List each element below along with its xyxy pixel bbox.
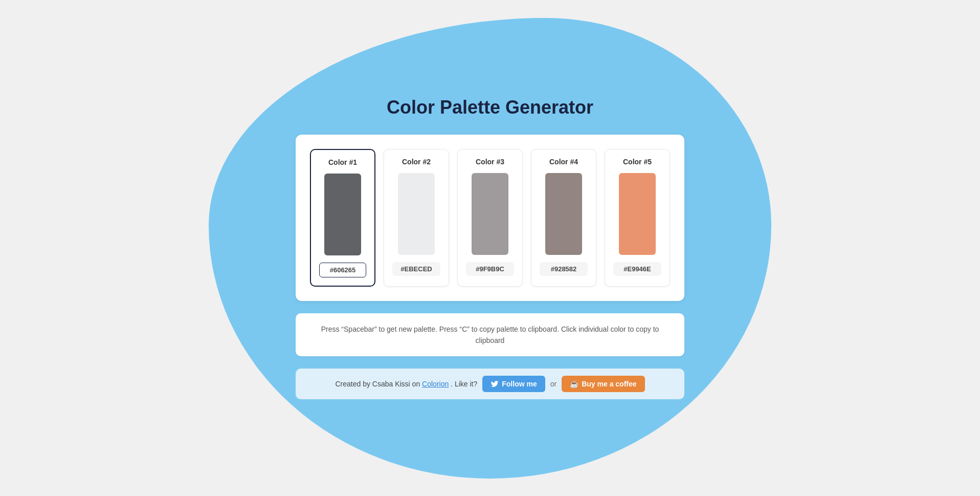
twitter-icon [491,380,499,388]
or-divider: or [550,380,556,388]
color-card-3[interactable]: Color #3#9F9B9C [457,149,523,287]
color-label-3: Color #3 [476,158,504,166]
color-swatch-2 [398,173,435,255]
color-label-5: Color #5 [623,158,652,166]
color-hex-1: #606265 [319,263,366,277]
main-content: Color Palette Generator Color #1#606265C… [296,97,684,400]
color-label-2: Color #2 [402,158,431,166]
color-swatch-5 [619,173,656,255]
color-swatch-4 [545,173,582,255]
instructions-panel: Press “Spacebar” to get new palette. Pre… [296,313,684,357]
color-hex-2: #EBECED [392,262,440,276]
footer-bar: Created by Csaba Kissi on Colorion . Lik… [296,369,684,399]
color-hex-4: #928582 [540,262,588,276]
color-hex-5: #E9946E [613,262,661,276]
footer-credit: Created by Csaba Kissi on Colorion . Lik… [335,380,477,388]
coffee-emoji: ☕ [570,380,578,388]
color-card-5[interactable]: Color #5#E9946E [605,149,670,287]
follow-button[interactable]: Follow me [482,376,545,392]
blob-container: Color Palette Generator Color #1#606265C… [209,18,771,479]
color-label-4: Color #4 [549,158,578,166]
color-hex-3: #9F9B9C [466,262,514,276]
color-card-1[interactable]: Color #1#606265 [310,149,375,287]
instructions-text: Press “Spacebar” to get new palette. Pre… [321,325,659,344]
color-card-4[interactable]: Color #4#928582 [531,149,596,287]
color-label-1: Color #1 [328,158,357,166]
color-card-2[interactable]: Color #2#EBECED [384,149,449,287]
colorion-link[interactable]: Colorion [422,380,449,388]
palette-card-container: Color #1#606265Color #2#EBECEDColor #3#9… [296,135,684,301]
color-swatch-3 [472,173,508,255]
follow-label: Follow me [502,380,537,388]
color-swatch-1 [324,174,361,255]
buy-coffee-button[interactable]: ☕ Buy me a coffee [562,376,644,392]
buy-coffee-label: Buy me a coffee [582,380,636,388]
page-title: Color Palette Generator [387,97,593,118]
